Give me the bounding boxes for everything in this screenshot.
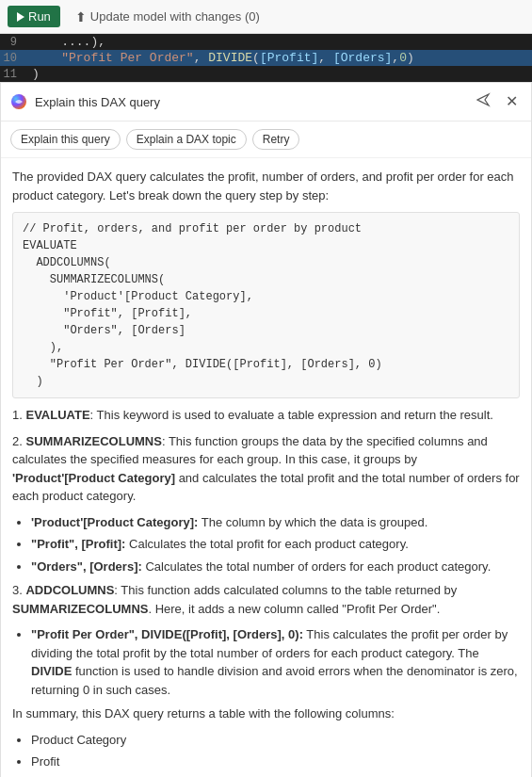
column-item: Profit	[31, 753, 520, 771]
section-3-num: 3.	[12, 583, 25, 597]
intro-paragraph: The provided DAX query calculates the pr…	[12, 168, 520, 204]
play-icon	[17, 12, 24, 22]
bullet-item: "Profit", [Profit]: Calculates the total…	[31, 535, 520, 554]
section-1-desc: : This keyword is used to evaluate a tab…	[90, 408, 493, 422]
dax-code-block: // Profit, orders, and profit per order …	[12, 212, 520, 398]
section-3: 3. ADDCOLUMNS: This function adds calcul…	[12, 581, 520, 618]
code-line-9: 9 ....),	[0, 34, 532, 50]
ai-send-button[interactable]	[472, 90, 494, 113]
code-line-11: 11 )	[0, 66, 532, 82]
explain-dax-topic-button[interactable]: Explain a DAX topic	[126, 129, 247, 150]
bullet-item: "Orders", [Orders]: Calculates the total…	[31, 558, 520, 576]
section-3-term: ADDCOLUMNS	[25, 583, 114, 597]
code-content-9: ....),	[28, 35, 105, 49]
ai-content-area: The provided DAX query calculates the pr…	[1, 158, 531, 777]
section-3-desc: : This function adds calculated columns …	[114, 583, 457, 597]
section-2: 2. SUMMARIZECOLUMNS: This function group…	[12, 432, 520, 506]
send-icon	[476, 92, 491, 107]
ai-panel-header: Explain this DAX query ✕	[1, 83, 531, 121]
ai-panel-title: Explain this DAX query	[35, 95, 464, 109]
ai-logo-icon	[10, 93, 27, 110]
section-1: 1. EVALUATE: This keyword is used to eva…	[12, 406, 520, 425]
section-2-num: 2.	[12, 434, 25, 448]
upload-icon: ⬆	[75, 9, 87, 24]
bullet-item: 'Product'[Product Category]: The column …	[31, 513, 520, 532]
section-1-term: EVALUATE	[25, 408, 89, 422]
columns-list: Product Category Profit Orders Profit Pe…	[16, 731, 520, 778]
column-item: Product Category	[31, 731, 520, 750]
run-label: Run	[28, 9, 51, 24]
line-number-9: 9	[0, 36, 28, 49]
section-2-bold: 'Product'[Product Category]	[12, 471, 175, 485]
section-3-bullets: "Profit Per Order", DIVIDE([Profit], [Or…	[16, 625, 520, 699]
ai-panel: Explain this DAX query ✕ Explain this qu…	[0, 82, 532, 777]
toolbar: Run ⬆ Update model with changes (0)	[0, 0, 532, 34]
line-number-10: 10	[0, 52, 28, 65]
section-1-num: 1.	[12, 408, 25, 422]
line-number-11: 11	[0, 68, 28, 81]
bullet-item: "Profit Per Order", DIVIDE([Profit], [Or…	[31, 625, 520, 699]
code-content-10: "Profit Per Order", DIVIDE([Profit], [Or…	[28, 51, 414, 65]
code-content-11: )	[28, 67, 40, 81]
update-label: Update model with changes (0)	[90, 9, 260, 24]
explain-query-button[interactable]: Explain this query	[10, 129, 121, 150]
code-editor: 9 ....), 10 "Profit Per Order", DIVIDE([…	[0, 34, 532, 82]
retry-button[interactable]: Retry	[252, 129, 300, 150]
update-model-button[interactable]: ⬆ Update model with changes (0)	[68, 6, 267, 28]
section-3-bold: SUMMARIZECOLUMNS	[12, 602, 148, 616]
section-3-end: . Here, it adds a new column called "Pro…	[148, 602, 440, 616]
ai-close-button[interactable]: ✕	[502, 92, 522, 111]
section-2-bullets: 'Product'[Product Category]: The column …	[16, 513, 520, 576]
action-buttons-row: Explain this query Explain a DAX topic R…	[1, 121, 531, 158]
run-button[interactable]: Run	[8, 6, 60, 27]
code-line-10: 10 "Profit Per Order", DIVIDE([Profit], …	[0, 50, 532, 66]
section-2-term: SUMMARIZECOLUMNS	[25, 434, 161, 448]
summary-paragraph: In summary, this DAX query returns a tab…	[12, 704, 520, 723]
